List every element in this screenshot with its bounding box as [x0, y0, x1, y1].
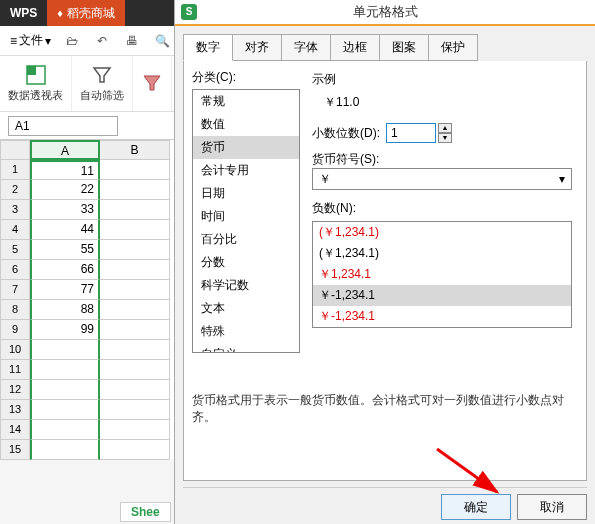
row-header[interactable]: 1 — [0, 160, 30, 180]
row-header[interactable]: 9 — [0, 320, 30, 340]
tab-3[interactable]: 边框 — [330, 34, 380, 61]
negative-item[interactable]: ￥1,234.1 — [313, 264, 571, 285]
cell[interactable] — [100, 280, 170, 300]
cell[interactable] — [30, 440, 100, 460]
negative-label: 负数(N): — [312, 200, 578, 217]
wps-text: WPS — [10, 6, 37, 20]
cell[interactable] — [100, 360, 170, 380]
category-item[interactable]: 时间 — [193, 205, 299, 228]
negative-item[interactable]: (￥1,234.1) — [313, 243, 571, 264]
negative-item[interactable]: ￥-1,234.1 — [313, 285, 571, 306]
fire-icon: ♦ — [57, 7, 63, 19]
negative-list[interactable]: (￥1,234.1)(￥1,234.1)￥1,234.1￥-1,234.1￥-1… — [312, 221, 572, 328]
tab-4[interactable]: 图案 — [379, 34, 429, 61]
cell[interactable] — [30, 340, 100, 360]
currency-symbol-select[interactable]: ￥ ▾ — [312, 168, 572, 190]
print-icon[interactable]: 🖶 — [123, 32, 141, 50]
negative-item[interactable]: (￥1,234.1) — [313, 222, 571, 243]
category-item[interactable]: 文本 — [193, 297, 299, 320]
cell[interactable] — [100, 240, 170, 260]
cell[interactable] — [30, 380, 100, 400]
decimals-input[interactable] — [386, 123, 436, 143]
cell[interactable] — [100, 260, 170, 280]
category-item[interactable]: 会计专用 — [193, 159, 299, 182]
cell[interactable] — [30, 400, 100, 420]
cell[interactable]: 77 — [30, 280, 100, 300]
cell[interactable] — [100, 180, 170, 200]
tab-0[interactable]: 数字 — [183, 34, 233, 61]
category-item[interactable]: 特殊 — [193, 320, 299, 343]
cell[interactable]: 33 — [30, 200, 100, 220]
row-header[interactable]: 12 — [0, 380, 30, 400]
docer-button[interactable]: ♦稻壳商城 — [47, 0, 125, 26]
row-header[interactable]: 3 — [0, 200, 30, 220]
row-header[interactable]: 2 — [0, 180, 30, 200]
category-item[interactable]: 百分比 — [193, 228, 299, 251]
ok-button[interactable]: 确定 — [441, 494, 511, 520]
app-icon: S — [181, 4, 197, 20]
category-list[interactable]: 常规数值货币会计专用日期时间百分比分数科学记数文本特殊自定义 — [192, 89, 300, 353]
docer-label: 稻壳商城 — [67, 5, 115, 22]
spinner-down[interactable]: ▼ — [438, 133, 452, 143]
category-item[interactable]: 数值 — [193, 113, 299, 136]
cell[interactable] — [100, 160, 170, 180]
row-header[interactable]: 8 — [0, 300, 30, 320]
more-button[interactable] — [133, 56, 172, 111]
category-item[interactable]: 分数 — [193, 251, 299, 274]
row-header[interactable]: 5 — [0, 240, 30, 260]
autofilter-button[interactable]: 自动筛选 — [72, 56, 133, 111]
tab-1[interactable]: 对齐 — [232, 34, 282, 61]
row-header[interactable]: 15 — [0, 440, 30, 460]
row-header[interactable]: 7 — [0, 280, 30, 300]
row-header[interactable]: 14 — [0, 420, 30, 440]
cell[interactable] — [100, 440, 170, 460]
cell[interactable]: 88 — [30, 300, 100, 320]
tab-panel-number: 分类(C): 常规数值货币会计专用日期时间百分比分数科学记数文本特殊自定义 示例… — [183, 61, 587, 481]
cell[interactable] — [100, 420, 170, 440]
row-header[interactable]: 6 — [0, 260, 30, 280]
col-header-b[interactable]: B — [100, 140, 170, 160]
category-item[interactable]: 科学记数 — [193, 274, 299, 297]
sheet-tab[interactable]: Shee — [120, 502, 171, 522]
cell[interactable] — [30, 360, 100, 380]
cell[interactable] — [100, 340, 170, 360]
cell[interactable]: 66 — [30, 260, 100, 280]
row-header[interactable]: 10 — [0, 340, 30, 360]
cell[interactable] — [100, 320, 170, 340]
cell[interactable]: 22 — [30, 180, 100, 200]
cell[interactable]: 11 — [30, 160, 100, 180]
open-icon[interactable]: 🗁 — [63, 32, 81, 50]
symbol-label: 货币符号(S): — [312, 151, 578, 168]
row-header[interactable]: 4 — [0, 220, 30, 240]
tab-2[interactable]: 字体 — [281, 34, 331, 61]
spinner-up[interactable]: ▲ — [438, 123, 452, 133]
category-item[interactable]: 自定义 — [193, 343, 299, 353]
pivot-button[interactable]: 数据透视表 — [0, 56, 72, 111]
cell[interactable] — [100, 220, 170, 240]
col-header-a[interactable]: A — [30, 140, 100, 160]
name-box[interactable] — [8, 116, 118, 136]
category-item[interactable]: 日期 — [193, 182, 299, 205]
select-all-corner[interactable] — [0, 140, 30, 160]
pivot-icon — [25, 64, 47, 86]
cell[interactable]: 55 — [30, 240, 100, 260]
category-item[interactable]: 常规 — [193, 90, 299, 113]
category-item[interactable]: 货币 — [193, 136, 299, 159]
cell[interactable]: 44 — [30, 220, 100, 240]
undo-icon[interactable]: ↶ — [93, 32, 111, 50]
cell[interactable]: 99 — [30, 320, 100, 340]
more-icon — [141, 72, 163, 94]
tab-5[interactable]: 保护 — [428, 34, 478, 61]
decimals-spinner[interactable]: ▲ ▼ — [386, 123, 452, 143]
cancel-button[interactable]: 取消 — [517, 494, 587, 520]
negative-item[interactable]: ￥-1,234.1 — [313, 306, 571, 327]
file-menu[interactable]: ≡ 文件 ▾ — [10, 32, 51, 49]
preview-icon[interactable]: 🔍 — [153, 32, 171, 50]
cell[interactable] — [100, 400, 170, 420]
cell[interactable] — [30, 420, 100, 440]
cell[interactable] — [100, 380, 170, 400]
cell[interactable] — [100, 300, 170, 320]
cell[interactable] — [100, 200, 170, 220]
row-header[interactable]: 13 — [0, 400, 30, 420]
row-header[interactable]: 11 — [0, 360, 30, 380]
